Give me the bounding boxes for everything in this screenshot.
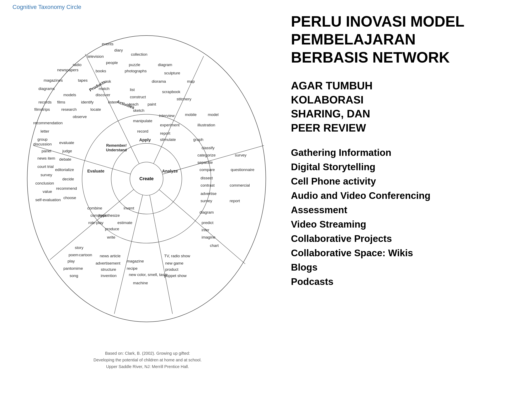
- label-infer: infer: [202, 228, 209, 233]
- label-decide: decide: [62, 177, 74, 182]
- heading-line3: BERBASIS NETWORK: [291, 48, 519, 66]
- label-news-item: news item: [38, 156, 55, 161]
- label-play: play: [68, 259, 75, 264]
- label-poem: poem: [69, 253, 79, 258]
- list-item-1: Digital Storytelling: [291, 160, 519, 174]
- label-model: model: [208, 112, 219, 117]
- label-magazine: magazine: [127, 259, 144, 264]
- diagram-section: Create Remember/Understand Apply Analyze…: [13, 13, 283, 376]
- label-identify: identify: [81, 100, 94, 105]
- label-stitchery: stitchery: [177, 97, 191, 102]
- label-books: books: [95, 69, 106, 74]
- label-self-evaluation: self-evaluation: [35, 197, 61, 203]
- label-value: value: [43, 189, 52, 194]
- label-court-trial: court trial: [38, 164, 54, 169]
- label-editorialize: editorialize: [55, 167, 74, 172]
- label-newspapers: newspapers: [57, 68, 78, 73]
- subheading-line2: KOLABORASI: [291, 93, 519, 107]
- label-stimulate: stimulate: [160, 137, 176, 142]
- label-films: films: [57, 100, 65, 105]
- list-item-6: Collaborative Projects: [291, 232, 519, 246]
- subheading-line3: SHARING, DAN: [291, 107, 519, 121]
- label-conclusion: conclusion: [35, 181, 54, 186]
- label-role-play: role-play: [88, 220, 103, 226]
- label-panel: panel: [42, 149, 51, 154]
- label-survey-right: survey: [235, 153, 247, 158]
- label-ask: ask: [105, 79, 111, 84]
- label-imagine: imagine: [202, 235, 215, 240]
- diagram-container: Create Remember/Understand Apply Analyze…: [17, 23, 276, 335]
- label-advertisement: advertisement: [95, 261, 120, 266]
- label-cartoon: cartoon: [79, 253, 92, 258]
- label-sculpture: sculpture: [164, 71, 180, 76]
- label-classify: classify: [202, 146, 215, 151]
- label-news-article: news article: [100, 253, 120, 259]
- label-sketch: sketch: [133, 108, 145, 113]
- label-questionnaire: questionnaire: [231, 167, 254, 172]
- label-filmstrips: filmstrips: [34, 107, 50, 112]
- label-manipulate: manipulate: [133, 119, 152, 124]
- label-research: research: [61, 107, 77, 112]
- label-structure: structure: [101, 267, 116, 272]
- label-recipe: recipe: [127, 266, 138, 271]
- label-recommend: recommend: [56, 186, 77, 191]
- list-item-5: Video Streaming: [291, 217, 519, 232]
- list-item-3: Audio and Video Conferencing: [291, 189, 519, 203]
- label-paint: paint: [147, 102, 156, 107]
- citation: Based on: Clark, B. (2002). Growing up g…: [94, 350, 202, 370]
- label-group-discussion: groupdiscussion: [33, 137, 52, 147]
- label-judge: judge: [62, 149, 72, 154]
- label-list: list: [130, 87, 135, 93]
- label-report-mid: report: [230, 198, 240, 204]
- label-listen: listen: [108, 100, 117, 105]
- label-magazines: magazines: [44, 78, 63, 83]
- label-photographs: photographs: [125, 69, 147, 74]
- label-survey-mid: survey: [201, 198, 212, 204]
- label-debate: debate: [59, 157, 71, 162]
- label-records: records: [38, 100, 51, 105]
- label-report-top: report: [160, 131, 171, 136]
- center-label: Create: [139, 176, 154, 181]
- label-contrast: contrast: [201, 183, 215, 188]
- label-remember-understand: Remember/Understand: [106, 143, 127, 152]
- main-heading: PERLU INOVASI MODEL PEMBELAJARAN BERBASI…: [291, 13, 519, 66]
- list-item-0: Gathering Information: [291, 146, 519, 160]
- label-song: song: [70, 273, 78, 279]
- label-models: models: [63, 93, 76, 98]
- label-events: events: [102, 42, 114, 47]
- label-compare: compare: [200, 167, 215, 172]
- label-advertise: advertise: [201, 191, 216, 196]
- label-hypothesize: hypothesize: [99, 213, 120, 218]
- list-item-7: Collaborative Space: Wikis: [291, 246, 519, 260]
- label-analyze: Analyze: [162, 168, 178, 174]
- label-illustration: illustration: [197, 123, 215, 128]
- label-graph: graph: [193, 137, 203, 142]
- label-invent: invent: [124, 206, 134, 211]
- label-choose: choose: [63, 195, 76, 201]
- label-construct: construct: [130, 95, 146, 100]
- label-evaluate: Evaluate: [87, 168, 104, 174]
- oval-wrapper: Create Remember/Understand Apply Analyze…: [27, 35, 266, 322]
- label-diary: diary: [114, 48, 123, 53]
- label-write: write: [107, 235, 115, 240]
- label-discover: discover: [95, 93, 110, 98]
- label-people: people: [106, 60, 118, 65]
- label-machine: machine: [133, 280, 148, 286]
- label-pantomime: pantomime: [63, 266, 83, 271]
- label-scrapbook: scrapbook: [162, 89, 180, 95]
- label-diagrams: diagrams: [38, 86, 55, 91]
- label-new-color: new color, smell, taste: [129, 272, 168, 278]
- label-new-game: new game: [165, 261, 184, 266]
- sub-heading: AGAR TUMBUH KOLABORASI SHARING, DAN PEER…: [291, 79, 519, 135]
- label-tv-radio: TV, radio show: [164, 253, 190, 259]
- label-dissect: dissect: [201, 176, 213, 181]
- label-mobile: mobile: [185, 112, 196, 117]
- subheading-line1: AGAR TUMBUH: [291, 79, 519, 93]
- label-combine: combine: [87, 206, 102, 211]
- label-evaluate-inner: evaluate: [59, 140, 74, 146]
- label-television: television: [87, 54, 104, 59]
- list-item-8: Blogs: [291, 260, 519, 274]
- label-collection: collection: [131, 52, 147, 57]
- label-match: match: [99, 86, 109, 91]
- label-locate: locate: [90, 107, 101, 112]
